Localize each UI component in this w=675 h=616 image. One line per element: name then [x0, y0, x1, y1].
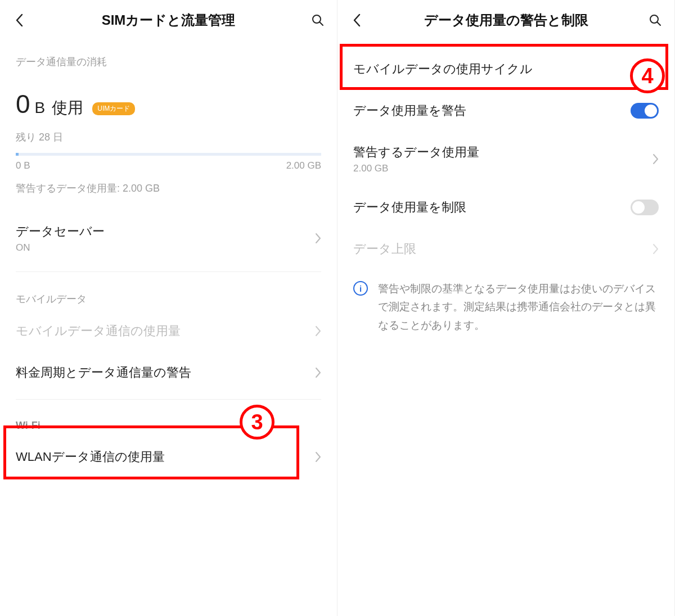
data-saver-title: データセーバー [16, 223, 315, 240]
divider [16, 399, 321, 400]
chevron-right-icon [315, 451, 321, 463]
uim-badge: UIMカード [92, 102, 135, 115]
data-saver-status: ON [16, 242, 315, 253]
chevron-right-icon [652, 153, 659, 165]
section-mobile-data: モバイルデータ [0, 278, 337, 310]
row-data-saver[interactable]: データセーバー ON [0, 211, 337, 266]
scale-max: 2.00 GB [286, 160, 321, 171]
search-button[interactable] [647, 12, 663, 28]
search-icon [649, 13, 662, 27]
remaining-days: 残り 28 日 [16, 130, 321, 144]
usage-label: 使用 [52, 97, 83, 119]
page-title: データ使用量の警告と制限 [424, 11, 588, 29]
chevron-right-icon [652, 243, 659, 255]
warning-threshold: 警告するデータ使用量: 2.00 GB [16, 182, 321, 195]
section-data-consumption: データ通信量の消耗 [0, 40, 337, 73]
search-icon [311, 13, 325, 27]
row-limit-data-usage[interactable]: データ使用量を制限 [338, 187, 674, 228]
back-button[interactable] [11, 12, 27, 28]
search-button[interactable] [310, 12, 326, 28]
row-usage-cycle[interactable]: モバイルデータの使用サイクル [338, 48, 674, 90]
usage-cycle-title: モバイルデータの使用サイクル [353, 61, 652, 78]
back-button[interactable] [349, 12, 364, 28]
svg-line-1 [320, 22, 323, 26]
chevron-left-icon [15, 13, 23, 27]
chevron-right-icon [315, 325, 321, 337]
info-note: i 警告や制限の基準となるデータ使用量はお使いのデバイスで測定されます。測定結果… [338, 270, 674, 345]
usage-unit: B [35, 99, 46, 117]
toggle-warn-data[interactable] [631, 103, 659, 119]
chevron-right-icon [652, 64, 659, 75]
usage-amount: 0 [16, 89, 30, 119]
warn-amount-value: 2.00 GB [353, 163, 652, 174]
screen-sim-management: SIMカードと流量管理 データ通信量の消耗 0 B 使用 UIMカード 残り 2… [0, 0, 338, 616]
scale-min: 0 B [16, 160, 30, 171]
header: SIMカードと流量管理 [0, 0, 337, 40]
header: データ使用量の警告と制限 [338, 0, 674, 40]
wlan-usage-title: WLANデータ通信の使用量 [16, 449, 315, 465]
usage-summary: 0 B 使用 UIMカード 残り 28 日 0 B 2.00 GB 警告するデー… [0, 73, 337, 200]
page-title: SIMカードと流量管理 [102, 11, 236, 29]
row-data-cap: データ上限 [338, 228, 674, 270]
row-billing-cycle-warning[interactable]: 料金周期とデータ通信量の警告 [0, 352, 337, 393]
info-text: 警告や制限の基準となるデータ使用量はお使いのデバイスで測定されます。測定結果は携… [378, 280, 659, 334]
section-wifi: Wi-Fi [0, 405, 337, 436]
usage-progress-bar [16, 153, 321, 156]
chevron-left-icon [353, 13, 361, 27]
row-wlan-usage[interactable]: WLANデータ通信の使用量 [0, 436, 337, 478]
row-warn-amount[interactable]: 警告するデータ使用量 2.00 GB [338, 132, 674, 187]
billing-cycle-title: 料金周期とデータ通信量の警告 [16, 364, 315, 381]
chevron-right-icon [315, 367, 321, 378]
mobile-data-usage-title: モバイルデータ通信の使用量 [16, 323, 315, 339]
svg-line-3 [658, 22, 661, 26]
row-mobile-data-usage[interactable]: モバイルデータ通信の使用量 [0, 310, 337, 352]
usage-line: 0 B 使用 UIMカード [16, 89, 321, 119]
toggle-limit-data[interactable] [631, 200, 659, 215]
data-cap-title: データ上限 [353, 241, 652, 257]
info-icon: i [353, 281, 368, 296]
row-warn-data-usage[interactable]: データ使用量を警告 [338, 90, 674, 132]
progress-scale: 0 B 2.00 GB [16, 160, 321, 171]
warn-data-title: データ使用量を警告 [353, 102, 631, 119]
chevron-right-icon [315, 233, 321, 244]
divider [16, 271, 321, 272]
warn-amount-title: 警告するデータ使用量 [353, 144, 652, 161]
screen-data-warning-limit: データ使用量の警告と制限 モバイルデータの使用サイクル データ使用量を警告 警告… [338, 0, 675, 616]
limit-data-title: データ使用量を制限 [353, 199, 631, 216]
